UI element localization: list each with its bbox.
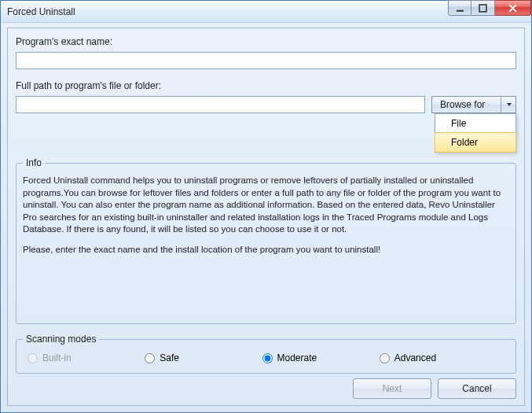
next-button[interactable]: Next [353,378,431,399]
mode-moderate-label: Moderate [277,352,317,363]
browse-wrap: Browse for File Folder [431,96,516,113]
minimize-icon [456,4,464,13]
info-text: Forced Uninstall command helps you to un… [23,175,509,256]
mode-safe-radio[interactable] [145,353,155,363]
info-groupbox: Info Forced Uninstall command helps you … [16,157,516,324]
dialog-content: Program's exact name: Full path to progr… [7,28,525,406]
mode-builtin: Built-in [28,352,145,363]
minimize-button[interactable] [448,0,471,16]
scanning-modes-groupbox: Scanning modes Built-in Safe Moderate Ad… [16,334,516,374]
path-row: Browse for File Folder [16,96,516,113]
mode-advanced[interactable]: Advanced [380,352,497,363]
mode-builtin-radio [28,353,38,363]
cancel-button[interactable]: Cancel [438,378,516,399]
info-paragraph-2: Please, enter the exact name and the ins… [23,244,509,256]
scanning-modes-legend: Scanning modes [23,334,99,345]
mode-safe-label: Safe [160,352,179,363]
browse-option-folder[interactable]: Folder [435,132,516,153]
window-controls [448,0,531,16]
chevron-down-icon [501,97,512,112]
svg-rect-1 [479,5,486,12]
info-legend: Info [23,157,45,168]
mode-builtin-label: Built-in [42,352,72,363]
maximize-icon [479,4,487,13]
mode-advanced-label: Advanced [394,352,436,363]
maximize-button[interactable] [471,0,495,16]
window: Forced Uninstall Program's exact name: F… [0,0,532,413]
close-button[interactable] [495,0,531,16]
browse-for-label: Browse for [440,99,485,110]
dialog-footer: Next Cancel [353,378,516,399]
svg-rect-0 [457,9,464,11]
browse-for-button[interactable]: Browse for [431,96,516,113]
program-name-label: Program's exact name: [16,36,516,47]
program-path-input[interactable] [16,96,425,113]
scanning-modes-row: Built-in Safe Moderate Advanced [23,349,509,363]
titlebar: Forced Uninstall [1,1,531,23]
close-icon [508,4,517,13]
mode-advanced-radio[interactable] [380,353,390,363]
browse-dropdown: File Folder [435,113,516,153]
program-name-input[interactable] [16,52,516,69]
info-paragraph-1: Forced Uninstall command helps you to un… [23,175,509,236]
mode-moderate[interactable]: Moderate [262,352,380,363]
browse-option-file[interactable]: File [435,114,515,133]
program-path-label: Full path to program's file or folder: [16,80,516,91]
mode-safe[interactable]: Safe [145,352,262,363]
mode-moderate-radio[interactable] [262,353,273,363]
